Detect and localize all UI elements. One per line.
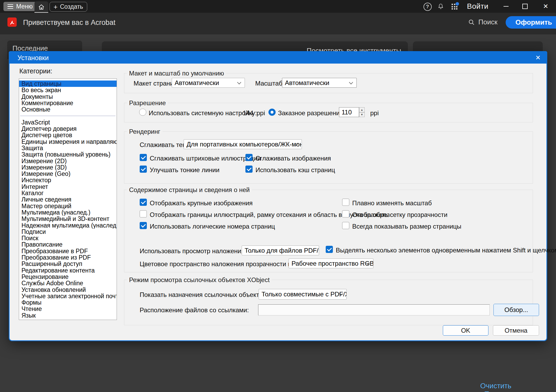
category-item[interactable]: Вид страницы: [19, 81, 117, 87]
category-item[interactable]: Расширенный доступ: [19, 261, 117, 267]
maximize-button[interactable]: [517, 0, 533, 13]
search-button[interactable]: Поиск: [468, 18, 497, 26]
category-item[interactable]: Комментирование: [19, 100, 117, 106]
category-item[interactable]: Чтение: [19, 306, 117, 312]
group-resolution: Разрешение Использовать системную настро…: [124, 103, 533, 122]
menu-button[interactable]: Меню: [3, 2, 37, 11]
category-item[interactable]: Редактирование контента: [19, 267, 117, 274]
smooth-text-select[interactable]: Для портативных компьютеров/ЖК-мониторов: [184, 139, 302, 149]
categories-separator: [19, 113, 117, 119]
checkbox-smooth-line-art[interactable]: [140, 154, 147, 161]
categories-listbox[interactable]: Вид страницыВо весь экранДокументыКоммен…: [19, 78, 117, 320]
checkbox-smooth-images[interactable]: [245, 154, 253, 161]
category-item[interactable]: Диспетчер доверия: [19, 126, 117, 132]
category-item[interactable]: Мастер операций: [19, 203, 117, 209]
category-item[interactable]: Формы: [19, 299, 117, 306]
categories-group-top: Вид страницыВо весь экранДокументыКоммен…: [19, 81, 117, 113]
category-item[interactable]: Защита: [19, 145, 117, 151]
category-item[interactable]: Защита (повышенный уровень): [19, 151, 117, 158]
home-tab[interactable]: [34, 1, 48, 13]
category-item[interactable]: Язык: [19, 312, 117, 319]
help-icon: ?: [423, 3, 432, 11]
checkbox-transparency-grid[interactable]: [342, 210, 349, 217]
category-item[interactable]: Рецензирование: [19, 274, 117, 280]
minimize-button[interactable]: [498, 0, 514, 13]
linked-files-location-input[interactable]: [258, 304, 490, 315]
home-icon: [38, 3, 45, 11]
spinner-up-button[interactable]: ▲: [359, 107, 365, 112]
xobject-show-select[interactable]: Только совместимые с PDF/X-5: [259, 289, 347, 300]
category-item[interactable]: Документы: [19, 93, 117, 100]
category-item[interactable]: Измерение (3D): [19, 164, 117, 171]
category-item[interactable]: Интернет: [19, 184, 117, 190]
resolution-spinner: ▲ ▼: [359, 107, 365, 117]
category-item[interactable]: Инспектор: [19, 177, 117, 183]
spinner-down-button[interactable]: ▼: [359, 112, 365, 117]
category-item[interactable]: Учетные записи электронной почты: [19, 293, 117, 299]
category-item[interactable]: Измерение (Geo): [19, 171, 117, 177]
category-item[interactable]: Каталог: [19, 190, 117, 196]
upgrade-button[interactable]: Оформить: [506, 16, 556, 29]
category-item[interactable]: Правописание: [19, 241, 117, 248]
category-item[interactable]: Поиск: [19, 235, 117, 241]
category-item[interactable]: Личные сведения: [19, 196, 117, 203]
bell-icon: [437, 3, 444, 10]
group-default-layout-zoom: Макет и масштаб по умолчанию Макет стран…: [124, 73, 533, 93]
category-item[interactable]: Подписи: [19, 229, 117, 235]
zoom-select[interactable]: Автоматически: [282, 78, 357, 88]
categories-label: Категории:: [19, 67, 52, 75]
close-icon: ✕: [535, 55, 541, 61]
category-item[interactable]: Измерение (2D): [19, 158, 117, 164]
category-item[interactable]: Диспетчер цветов: [19, 132, 117, 138]
browse-button[interactable]: Обзор...: [493, 304, 539, 316]
clear-recent-link[interactable]: Очистить «Последние»: [480, 382, 556, 392]
checkbox-always-show-page-size[interactable]: [342, 222, 349, 229]
create-button[interactable]: + Создать: [50, 2, 87, 12]
custom-resolution-input[interactable]: 110: [339, 107, 359, 117]
apps-button[interactable]: [450, 2, 459, 11]
menu-button-label: Меню: [16, 3, 33, 10]
checkbox-smooth-zooming[interactable]: [342, 199, 349, 206]
cancel-button[interactable]: Отмена: [493, 325, 539, 336]
category-item[interactable]: Мультимедийный и 3D-контент: [19, 216, 117, 222]
hamburger-icon: [7, 4, 13, 9]
category-item[interactable]: Преобразование из PDF: [19, 254, 117, 261]
linked-files-location-label: Расположение файлов со ссылками:: [140, 306, 249, 314]
category-item[interactable]: Установка обновлений: [19, 287, 117, 293]
close-icon: ✕: [543, 3, 548, 10]
xobject-show-value: Только совместимые с PDF/X-5: [262, 291, 347, 298]
checkbox-show-art-trim-bleed[interactable]: [140, 210, 147, 217]
notifications-button[interactable]: [436, 2, 445, 11]
checkbox-show-large-images[interactable]: [140, 199, 147, 206]
group-rendering: Рендеринг Сглаживать текст: Для портатив…: [124, 131, 533, 184]
overprint-preview-select[interactable]: Только для файлов PDF/X: [242, 246, 319, 255]
page-layout-value: Автоматически: [175, 79, 219, 87]
sign-in-button[interactable]: Войти: [467, 2, 488, 11]
checkbox-use-page-cache[interactable]: [245, 166, 253, 173]
category-item[interactable]: JavaScript: [19, 119, 117, 126]
page-title: Приветствуем вас в Acrobat: [23, 19, 116, 27]
group-title: Рендеринг: [127, 128, 162, 135]
category-item[interactable]: Службы Adobe Online: [19, 280, 117, 286]
category-item[interactable]: Единицы измерения и направляющие: [19, 139, 117, 145]
close-window-button[interactable]: ✕: [537, 0, 554, 13]
checkbox-shift-multiselect[interactable]: [326, 246, 333, 253]
browse-button-label: Обзор...: [504, 306, 528, 314]
category-item[interactable]: Мультимедиа (унаслед.): [19, 209, 117, 216]
ok-button[interactable]: OK: [443, 325, 488, 336]
use-page-cache-label: Использовать кэш страниц: [255, 166, 335, 174]
radio-custom-resolution[interactable]: [268, 109, 276, 116]
category-item[interactable]: Основные: [19, 106, 117, 113]
category-item[interactable]: Надежная мультимедиа (унаслед.): [19, 222, 117, 229]
dialog-close-button[interactable]: ✕: [534, 54, 542, 62]
checkbox-enhance-thin-lines[interactable]: [140, 166, 147, 173]
blend-colorspace-select[interactable]: Рабочее пространство RGB: [289, 259, 373, 268]
page-layout-select[interactable]: Автоматически: [172, 78, 245, 88]
search-label: Поиск: [478, 18, 497, 26]
help-button[interactable]: ?: [423, 2, 432, 11]
checkbox-logical-page-numbers[interactable]: [140, 222, 147, 229]
custom-resolution-value: 110: [342, 109, 352, 116]
category-item[interactable]: Преобразование в PDF: [19, 248, 117, 254]
radio-use-system-setting[interactable]: [139, 109, 146, 116]
category-item[interactable]: Во весь экран: [19, 87, 117, 93]
